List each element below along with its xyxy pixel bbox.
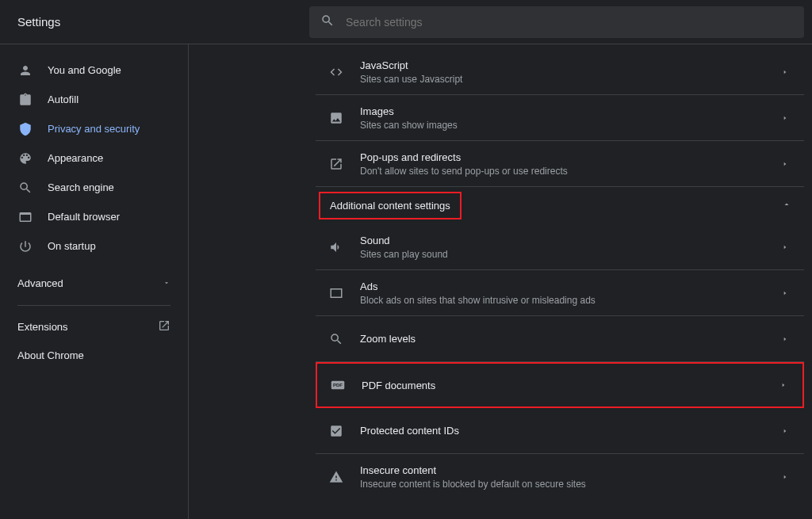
chevron-right-icon	[779, 161, 791, 167]
page-title: Settings	[0, 15, 189, 29]
ads-icon	[328, 286, 344, 300]
sidebar-advanced-label: Advanced	[17, 277, 63, 289]
sidebar-item-label: Appearance	[48, 152, 103, 164]
row-insecure[interactable]: Insecure content Insecure content is blo…	[316, 454, 804, 500]
row-subtitle: Sites can play sound	[360, 249, 779, 260]
sidebar-item-on-startup[interactable]: On startup	[0, 231, 188, 261]
content: JavaScript Sites can use Javascript Imag…	[189, 44, 812, 519]
row-subtitle: Sites can show images	[360, 120, 779, 131]
sidebar-item-you-and-google[interactable]: You and Google	[0, 55, 188, 85]
section-title: Additional content settings	[319, 192, 462, 219]
sidebar-item-label: Default browser	[48, 211, 120, 223]
browser-icon	[17, 210, 33, 224]
row-images[interactable]: Images Sites can show images	[316, 95, 804, 141]
chevron-right-icon	[779, 336, 791, 342]
header: Settings	[0, 0, 812, 44]
code-icon	[328, 65, 344, 79]
sidebar-item-label: Privacy and security	[48, 123, 140, 135]
search-box[interactable]	[309, 6, 804, 38]
sidebar-item-label: Search engine	[48, 181, 114, 193]
clipboard-icon	[17, 93, 33, 107]
shield-icon	[17, 122, 33, 136]
pdf-icon: PDF	[330, 380, 346, 390]
zoom-icon	[328, 332, 344, 346]
row-title: Protected content IDs	[360, 425, 779, 437]
row-popups[interactable]: Pop-ups and redirects Don't allow sites …	[316, 141, 804, 187]
sidebar-item-label: You and Google	[48, 64, 121, 76]
sidebar: You and Google Autofill Privacy and secu…	[0, 44, 189, 519]
chevron-up-icon	[782, 200, 791, 212]
row-title: Pop-ups and redirects	[360, 151, 779, 163]
row-title: Images	[360, 105, 779, 117]
sidebar-item-appearance[interactable]: Appearance	[0, 143, 188, 173]
divider	[17, 305, 170, 306]
chevron-right-icon	[779, 428, 791, 434]
palette-icon	[17, 151, 33, 166]
row-title: PDF documents	[362, 380, 777, 391]
sidebar-extensions-label: Extensions	[17, 321, 68, 333]
row-subtitle: Block ads on sites that show intrusive o…	[360, 295, 779, 306]
chevron-right-icon	[779, 69, 791, 75]
sidebar-item-label: Autofill	[48, 93, 79, 105]
row-javascript[interactable]: JavaScript Sites can use Javascript	[316, 49, 804, 95]
popup-icon	[328, 157, 344, 171]
search-icon	[320, 13, 335, 31]
section-additional-content[interactable]: Additional content settings	[316, 187, 804, 224]
sidebar-about[interactable]: About Chrome	[0, 341, 188, 369]
svg-text:PDF: PDF	[333, 383, 343, 387]
chevron-right-icon	[777, 382, 790, 388]
protected-icon	[328, 424, 344, 438]
sidebar-extensions[interactable]: Extensions	[0, 312, 188, 341]
warning-icon	[328, 470, 344, 484]
row-subtitle: Don't allow sites to send pop-ups or use…	[360, 166, 779, 177]
person-icon	[17, 63, 33, 78]
row-title: Ads	[360, 280, 779, 292]
row-pdf[interactable]: PDF PDF documents	[316, 362, 804, 408]
chevron-right-icon	[779, 290, 791, 296]
chevron-down-icon	[163, 277, 170, 289]
power-icon	[17, 239, 33, 254]
sidebar-item-search-engine[interactable]: Search engine	[0, 173, 188, 202]
open-external-icon	[158, 319, 170, 334]
sidebar-item-autofill[interactable]: Autofill	[0, 85, 188, 114]
row-title: Insecure content	[360, 464, 779, 476]
chevron-right-icon	[779, 115, 791, 121]
image-icon	[328, 111, 344, 125]
row-title: Sound	[360, 235, 779, 246]
chevron-right-icon	[779, 244, 791, 250]
row-ads[interactable]: Ads Block ads on sites that show intrusi…	[316, 270, 804, 316]
row-title: JavaScript	[360, 59, 779, 71]
chevron-right-icon	[779, 474, 791, 480]
sidebar-advanced[interactable]: Advanced	[0, 267, 188, 299]
row-subtitle: Insecure content is blocked by default o…	[360, 479, 779, 490]
sidebar-item-privacy[interactable]: Privacy and security	[0, 114, 188, 143]
search-input[interactable]	[346, 16, 793, 29]
row-title: Zoom levels	[360, 333, 779, 345]
sidebar-about-label: About Chrome	[17, 349, 84, 361]
search-icon	[17, 181, 33, 195]
sidebar-item-label: On startup	[48, 240, 96, 252]
sound-icon	[328, 240, 344, 254]
search-wrapper	[309, 6, 804, 38]
row-sound[interactable]: Sound Sites can play sound	[316, 224, 804, 270]
row-protected[interactable]: Protected content IDs	[316, 408, 804, 454]
row-subtitle: Sites can use Javascript	[360, 74, 779, 85]
row-zoom[interactable]: Zoom levels	[316, 316, 804, 362]
sidebar-item-default-browser[interactable]: Default browser	[0, 202, 188, 231]
